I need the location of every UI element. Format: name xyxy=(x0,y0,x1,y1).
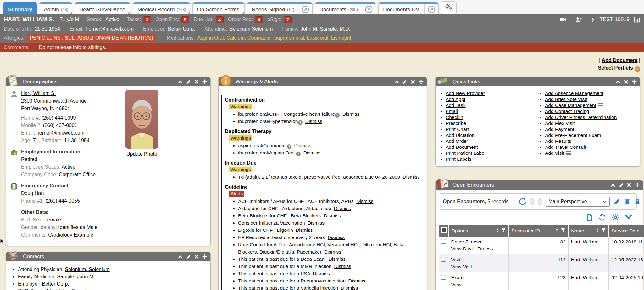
quick-link[interactable]: Add Task xyxy=(446,103,465,108)
quick-link[interactable]: Print Chart xyxy=(446,126,469,132)
collapse-icon[interactable] xyxy=(394,80,399,84)
encounter-view-link[interactable]: View Visit xyxy=(451,264,472,269)
encounter-type-link[interactable]: Visit xyxy=(451,257,460,262)
tab-documents-dv[interactable]: Documents-DV xyxy=(378,2,439,14)
select-all-checkbox[interactable] xyxy=(441,227,447,233)
dismiss-link[interactable]: Dismiss xyxy=(305,119,322,124)
encounter-type-link[interactable]: Driver Fitness xyxy=(451,239,481,244)
quick-link[interactable]: Add Results xyxy=(545,138,571,144)
quick-link[interactable]: Add Flex Visit xyxy=(545,120,575,126)
next-page-button[interactable] xyxy=(538,198,542,205)
list-icon[interactable] xyxy=(598,103,603,107)
row-checkbox[interactable] xyxy=(441,257,446,262)
encounter-view-link[interactable]: View Driver Fitness xyxy=(451,246,493,251)
quick-link[interactable]: Add Document xyxy=(446,144,478,150)
quick-link[interactable]: Print Patient Label xyxy=(446,150,486,156)
dismiss-link[interactable]: Dismiss xyxy=(348,278,365,283)
encounter-view-link[interactable]: View xyxy=(451,282,461,287)
portlet-header[interactable]: Warnings & Alerts xyxy=(219,77,427,86)
collapse-icon[interactable] xyxy=(178,254,183,259)
counter-badge[interactable]: 7 xyxy=(284,16,292,23)
new-record-icon[interactable] xyxy=(586,214,593,221)
dismiss-link[interactable]: Dismiss xyxy=(334,206,351,211)
select-portlets-link[interactable]: Select Portlets xyxy=(598,65,633,70)
dismiss-link[interactable]: Dismiss xyxy=(403,174,420,180)
dismiss-link[interactable]: Dismiss xyxy=(313,271,330,276)
quick-link[interactable]: Add Brief Note Visit xyxy=(545,97,587,102)
quick-link[interactable]: Add Dictation xyxy=(446,132,475,138)
filter-icon[interactable] xyxy=(601,228,606,234)
quick-link[interactable]: Add Pre-Placement Exam xyxy=(545,132,601,138)
close-icon[interactable] xyxy=(194,254,199,259)
move-icon[interactable] xyxy=(419,79,424,84)
help-icon[interactable]: ? xyxy=(296,152,301,156)
contact-link[interactable]: Selenium, Selenium xyxy=(65,267,109,272)
dismiss-link[interactable]: Dismiss xyxy=(324,249,341,254)
collapse-icon[interactable] xyxy=(616,80,620,84)
collapse-icon[interactable] xyxy=(611,183,615,187)
add-person-icon[interactable] xyxy=(575,17,582,22)
counter-badge[interactable]: 5 xyxy=(181,16,189,23)
sort-icon[interactable] xyxy=(496,228,499,234)
portlet-header[interactable]: Quick Links xyxy=(436,77,640,86)
help-icon[interactable]: ? xyxy=(635,66,640,72)
column-header-name[interactable]: Name xyxy=(568,225,609,237)
help-icon[interactable]: ? xyxy=(287,144,291,149)
select-all-header[interactable] xyxy=(439,225,448,237)
filter-icon[interactable] xyxy=(561,228,565,234)
column-header-service-date[interactable]: Service Date xyxy=(609,225,644,237)
dismiss-link[interactable]: Dismiss xyxy=(303,150,320,155)
tab-health-surveillance[interactable]: Health Surveillance xyxy=(75,2,130,14)
dismiss-link[interactable]: Dismiss xyxy=(324,213,341,218)
move-icon[interactable] xyxy=(202,79,207,84)
add-document-link[interactable]: Add Document xyxy=(602,58,638,63)
contact-link[interactable]: Machining Operations xyxy=(47,288,96,290)
dismiss-link[interactable]: Dismiss xyxy=(356,198,373,204)
tab-needs-signed[interactable]: Needs Signed (12) xyxy=(247,2,313,14)
perspective-select[interactable]: Main Perspective xyxy=(546,197,610,207)
move-icon[interactable] xyxy=(635,182,640,187)
quick-link[interactable]: Checkin xyxy=(446,114,463,120)
close-icon[interactable] xyxy=(624,80,628,84)
help-icon[interactable]: ? xyxy=(298,120,303,125)
open-new-window-icon[interactable] xyxy=(298,2,312,14)
medications-value[interactable]: Aspirin Oral, Calcium, Coumadin, ibuprof… xyxy=(197,35,351,41)
refresh-icon[interactable] xyxy=(598,214,606,221)
portlet-header[interactable]: Open Encounters xyxy=(436,180,643,190)
dismiss-link[interactable]: Dismiss xyxy=(294,143,311,148)
encounter-type-link[interactable]: Exam xyxy=(451,275,464,280)
open-new-window-icon[interactable] xyxy=(362,2,376,14)
contact-link[interactable]: Sample, John M. xyxy=(57,274,95,279)
edit-icon[interactable] xyxy=(186,80,191,84)
update-photo-link[interactable]: Update Photo xyxy=(126,151,157,157)
filter-icon[interactable] xyxy=(501,228,506,234)
dismiss-link[interactable]: Dismiss xyxy=(341,285,358,290)
quick-link[interactable]: Print Labels xyxy=(446,156,471,162)
dismiss-link[interactable]: Dismiss xyxy=(334,264,351,269)
row-checkbox[interactable] xyxy=(441,275,446,280)
quick-link[interactable]: Add New Provider xyxy=(446,91,485,96)
portlet-header[interactable]: Demographics xyxy=(6,77,210,86)
quick-link[interactable]: Add Driver Fitness Determination xyxy=(545,114,617,120)
quick-link[interactable]: Add Travel Consult xyxy=(545,144,586,150)
prev-page-button[interactable] xyxy=(530,198,534,205)
tab-documents[interactable]: Documents (285) xyxy=(315,2,376,14)
sort-icon[interactable] xyxy=(555,228,559,234)
sort-icon[interactable] xyxy=(596,228,599,234)
move-icon[interactable] xyxy=(202,254,207,259)
edit-icon[interactable] xyxy=(186,254,191,259)
quick-link[interactable]: Email xyxy=(446,109,458,114)
move-icon[interactable] xyxy=(632,79,637,84)
column-header-options[interactable]: Options xyxy=(448,225,509,237)
patient-link[interactable]: Hart, William xyxy=(571,257,599,262)
row-checkbox[interactable] xyxy=(441,239,446,244)
open-new-window-icon[interactable] xyxy=(424,2,438,14)
allergies-value[interactable]: PENICILLINS , SULFA(SULFONAMIDE ANTIBIOT… xyxy=(27,34,156,42)
quick-link[interactable]: Add Absence Management xyxy=(545,91,603,96)
lock-icon[interactable] xyxy=(634,198,641,205)
close-icon[interactable] xyxy=(411,80,415,84)
counter-badge[interactable]: 3 xyxy=(143,16,151,23)
list-icon[interactable] xyxy=(566,151,571,155)
counter-badge[interactable]: 4 xyxy=(255,16,263,23)
quick-link[interactable]: Add Appt xyxy=(446,97,465,102)
